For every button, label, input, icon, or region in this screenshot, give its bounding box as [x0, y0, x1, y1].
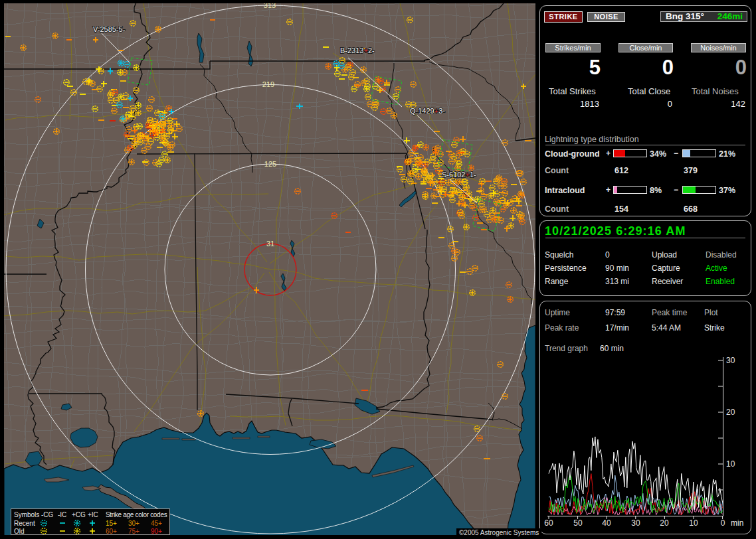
svg-text:-IC: -IC	[58, 511, 66, 518]
svg-text:0: 0	[721, 518, 725, 528]
svg-text:60: 60	[544, 518, 553, 528]
svg-text:30+: 30+	[128, 520, 140, 527]
svg-text:75+: 75+	[128, 528, 140, 535]
svg-text:45+: 45+	[151, 520, 162, 527]
svg-text:Old: Old	[14, 528, 25, 535]
svg-text:313: 313	[264, 3, 276, 9]
svg-text:10: 10	[689, 518, 698, 528]
svg-text:min: min	[731, 518, 743, 528]
svg-text:+CG: +CG	[72, 511, 86, 518]
svg-text:V-2585-5-: V-2585-5-	[93, 25, 126, 33]
svg-text:31: 31	[266, 240, 274, 248]
svg-text:20: 20	[726, 408, 735, 417]
svg-text:+IC: +IC	[88, 511, 98, 518]
svg-text:40: 40	[602, 518, 611, 528]
svg-text:60+: 60+	[106, 528, 117, 535]
svg-text:Strike age color codes: Strike age color codes	[106, 511, 167, 518]
svg-text:30: 30	[726, 356, 735, 365]
svg-text:20: 20	[660, 518, 669, 528]
svg-text:15+: 15+	[106, 520, 117, 527]
svg-text:-CG: -CG	[41, 511, 54, 518]
svg-text:Q-1429+3-: Q-1429+3-	[410, 107, 445, 115]
svg-text:Recent: Recent	[14, 520, 35, 527]
svg-text:219: 219	[262, 80, 274, 88]
svg-text:S-6102+1-: S-6102+1-	[442, 171, 476, 179]
svg-text:30: 30	[631, 518, 640, 528]
svg-text:B-2313+2-: B-2313+2-	[340, 46, 375, 54]
svg-text:Symbols: Symbols	[14, 511, 39, 518]
svg-text:50: 50	[573, 518, 583, 528]
svg-text:90+: 90+	[151, 528, 162, 535]
svg-text:125: 125	[264, 160, 276, 168]
svg-text:10: 10	[726, 459, 735, 469]
